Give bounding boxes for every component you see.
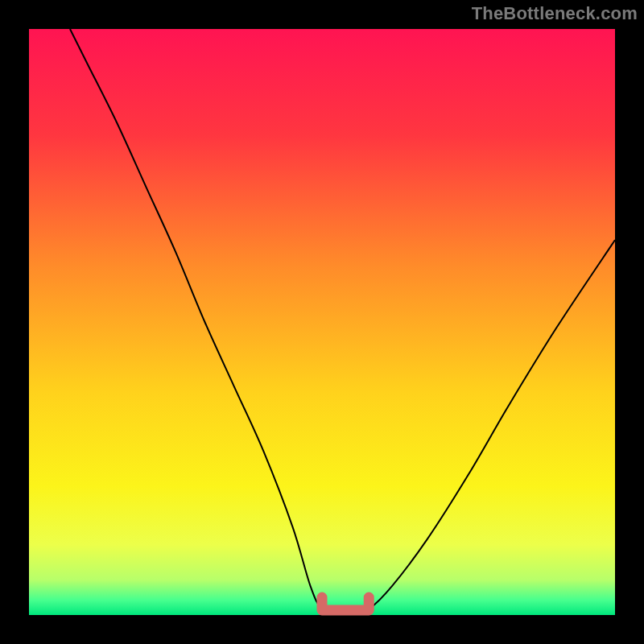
chart-canvas [0, 0, 644, 644]
plot-background [29, 29, 615, 615]
watermark-label: TheBottleneck.com [472, 3, 638, 24]
bottleneck-chart: TheBottleneck.com [0, 0, 644, 644]
